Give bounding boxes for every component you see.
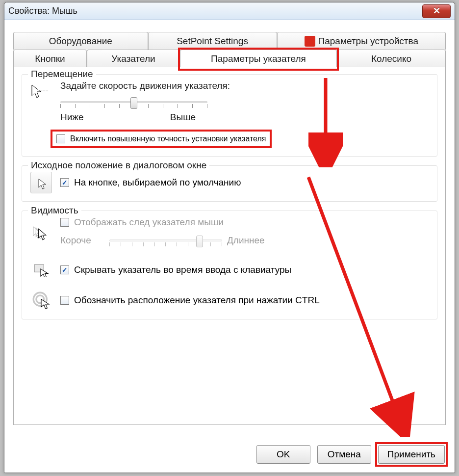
- titlebar: Свойства: Мышь ✕: [4, 2, 455, 20]
- pointer-speed-slider[interactable]: [60, 94, 207, 111]
- ctrl-locate-icon: [29, 290, 53, 311]
- tab-row-1: Оборудование SetPoint Settings Параметры…: [13, 32, 446, 50]
- cancel-button[interactable]: Отмена: [317, 445, 371, 464]
- dialog-body: Оборудование SetPoint Settings Параметры…: [4, 20, 455, 473]
- window-title: Свойства: Мышь: [8, 6, 422, 16]
- group-visibility: Видимость Отображать след указателя мыши: [22, 211, 437, 319]
- tab-device-params[interactable]: Параметры устройства: [277, 32, 446, 50]
- label-hide-typing: Скрывать указатель во время ввода с клав…: [74, 264, 291, 275]
- checkbox-pointer-trail[interactable]: [60, 218, 69, 227]
- tab-setpoint[interactable]: SetPoint Settings: [148, 32, 277, 50]
- group-motion: Перемещение ≡≡≡ Задайте скорость движени…: [22, 74, 437, 157]
- legend-visibility: Видимость: [28, 205, 81, 216]
- tab-pointer-options[interactable]: Параметры указателя: [180, 50, 337, 67]
- highlight-precision: Включить повышенную точность установки у…: [51, 130, 272, 148]
- tab-hardware[interactable]: Оборудование: [13, 32, 148, 50]
- checkbox-ctrl-locate[interactable]: [60, 296, 69, 305]
- label-pointer-trail: Отображать след указателя мыши: [74, 217, 430, 228]
- pointer-trail-icon: [29, 223, 53, 244]
- device-settings-icon: [305, 36, 315, 47]
- checkbox-snapto[interactable]: [60, 178, 69, 187]
- checkbox-enhance-precision[interactable]: [56, 134, 65, 143]
- close-button[interactable]: ✕: [422, 4, 451, 18]
- ok-button[interactable]: OK: [256, 445, 310, 464]
- legend-motion: Перемещение: [28, 69, 96, 79]
- label-enhance-precision: Включить повышенную точность установки у…: [70, 134, 266, 143]
- label-ctrl-locate: Обозначить расположение указателя при на…: [74, 295, 320, 306]
- group-snapto: Исходное положение в диалоговом окне На …: [22, 165, 437, 202]
- slider-thumb[interactable]: [130, 97, 137, 109]
- speed-prompt: Задайте скорость движения указателя:: [60, 80, 430, 91]
- hide-typing-icon: [29, 259, 53, 281]
- checkbox-hide-typing[interactable]: [60, 265, 69, 274]
- label-snapto: На кнопке, выбираемой по умолчанию: [74, 177, 241, 188]
- apply-button[interactable]: Применить: [378, 445, 445, 464]
- tab-pointers[interactable]: Указатели: [87, 50, 180, 67]
- tab-row-2: Кнопки Указатели Параметры указателя Кол…: [13, 50, 446, 67]
- legend-snapto: Исходное положение в диалоговом окне: [28, 160, 209, 171]
- highlight-apply: Применить: [378, 445, 445, 464]
- cursor-speed-icon: ≡≡≡: [29, 80, 53, 102]
- dialog-buttons: OK Отмена Применить: [256, 445, 445, 464]
- snapto-icon: [29, 172, 53, 193]
- trail-length-slider: [109, 233, 222, 249]
- tab-buttons[interactable]: Кнопки: [13, 50, 87, 67]
- tabs: Оборудование SetPoint Settings Параметры…: [13, 32, 446, 425]
- tab-content: Перемещение ≡≡≡ Задайте скорость движени…: [13, 67, 446, 425]
- mouse-properties-window: Свойства: Мышь ✕ Оборудование SetPoint S…: [4, 2, 455, 473]
- tab-wheel[interactable]: Колесико: [337, 50, 446, 67]
